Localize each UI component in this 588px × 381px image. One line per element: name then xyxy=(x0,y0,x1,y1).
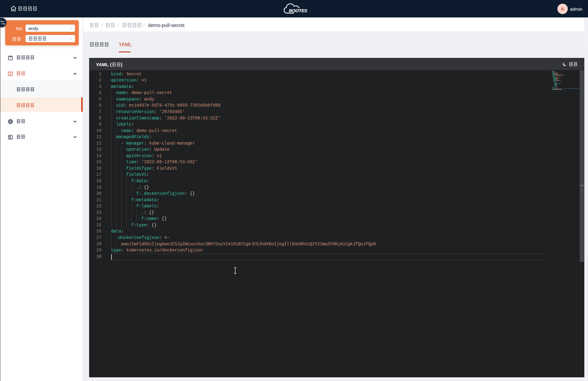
svg-text:BOOTES: BOOTES xyxy=(289,8,307,13)
